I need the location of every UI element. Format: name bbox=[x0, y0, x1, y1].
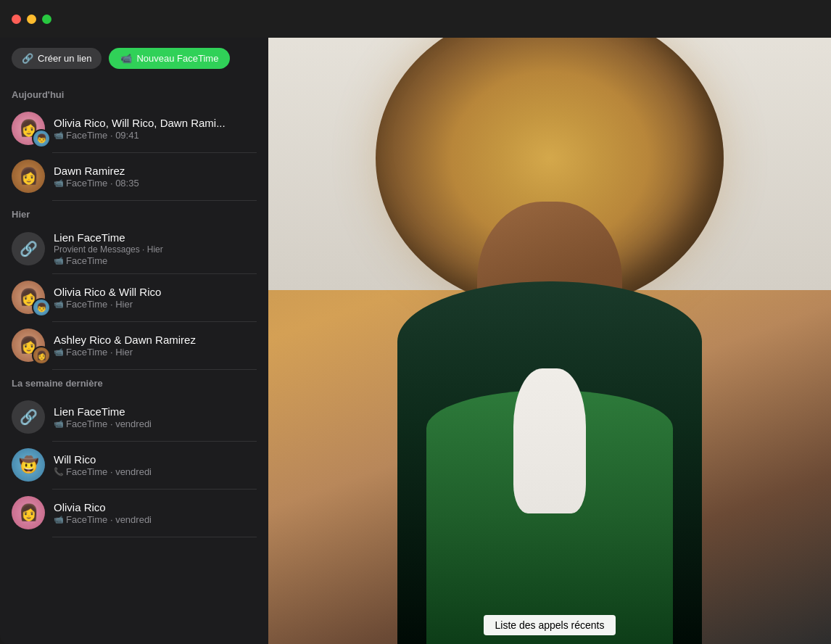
video-icon-7: 📹 bbox=[54, 515, 64, 524]
call-detail2-link-hier: Provient de Messages · Hier bbox=[54, 244, 257, 255]
shirt-collar bbox=[513, 368, 586, 513]
call-detail-group-today: 📹 FaceTime · 09:41 bbox=[54, 130, 257, 141]
call-detail-ashley-dawn: 📹 FaceTime · Hier bbox=[54, 347, 257, 358]
avatar-will-hier-small: 👦 bbox=[32, 298, 51, 317]
link-icon: 🔗 bbox=[22, 53, 33, 64]
avatar-group-1: 👩 👦 bbox=[12, 112, 45, 145]
call-name-dawn-today: Dawn Ramirez bbox=[54, 165, 257, 177]
section-header-hier: Hier bbox=[0, 200, 268, 224]
app-container: 🔗 Créer un lien 📹 Nouveau FaceTime Aujou… bbox=[0, 0, 831, 644]
phone-icon-1: 📞 bbox=[54, 467, 64, 476]
facetime-video bbox=[268, 0, 831, 644]
annotation-text: Liste des appels récents bbox=[484, 615, 616, 635]
call-name-ashley-dawn: Ashley Rico & Dawn Ramirez bbox=[54, 334, 257, 346]
sidebar-buttons: 🔗 Créer un lien 📹 Nouveau FaceTime bbox=[0, 38, 268, 80]
annotation-container: Liste des appels récents bbox=[268, 606, 831, 644]
video-camera-icon: 📹 bbox=[120, 53, 132, 64]
close-button[interactable] bbox=[12, 15, 21, 24]
call-name-will-vendredi: Will Rico bbox=[54, 453, 257, 466]
call-info-link-vendredi: Lien FaceTime 📹 FaceTime · vendredi bbox=[54, 405, 257, 429]
main-content: Liste des appels récents bbox=[268, 0, 831, 644]
call-info-olivia-vendredi: Olivia Rico 📹 FaceTime · vendredi bbox=[54, 501, 257, 525]
titlebar bbox=[0, 0, 268, 38]
create-link-button[interactable]: 🔗 Créer un lien bbox=[12, 48, 102, 69]
link-avatar-icon: 🔗 bbox=[12, 232, 45, 265]
call-detail-link-hier: 📹 FaceTime bbox=[54, 255, 257, 266]
section-header-last-week: La semaine dernière bbox=[0, 369, 268, 393]
call-info-ashley-dawn: Ashley Rico & Dawn Ramirez 📹 FaceTime · … bbox=[54, 334, 257, 358]
maximize-button[interactable] bbox=[42, 15, 51, 24]
video-icon-2: 📹 bbox=[54, 178, 64, 188]
call-name-group-today: Olivia Rico, Will Rico, Dawn Rami... bbox=[54, 117, 257, 129]
avatar-will-vendredi: 🤠 bbox=[12, 448, 45, 482]
call-item-olivia-will-hier[interactable]: 👩 👦 Olivia Rico & Will Rico 📹 FaceTime ·… bbox=[0, 273, 268, 321]
avatar-dawn-small: 👩 bbox=[32, 346, 51, 365]
avatar-dawn-main: 👩 bbox=[12, 160, 45, 193]
chain-icon: 🔗 bbox=[20, 240, 38, 257]
avatar-olivia-vendredi: 👩 bbox=[12, 496, 45, 529]
video-icon-3: 📹 bbox=[54, 256, 64, 265]
call-name-link-hier: Lien FaceTime bbox=[54, 231, 257, 244]
create-link-label: Créer un lien bbox=[38, 53, 91, 64]
call-detail-dawn-today: 📹 FaceTime · 08:35 bbox=[54, 178, 257, 189]
avatar-dawn: 👩 bbox=[12, 160, 45, 193]
section-header-today: Aujourd'hui bbox=[0, 80, 268, 104]
call-item-ashley-dawn-hier[interactable]: 👩 👩 Ashley Rico & Dawn Ramirez 📹 FaceTim… bbox=[0, 321, 268, 369]
chain-icon-2: 🔗 bbox=[20, 408, 38, 426]
call-name-olivia-will: Olivia Rico & Will Rico bbox=[54, 286, 257, 298]
call-item-link-vendredi[interactable]: 🔗 Lien FaceTime 📹 FaceTime · vendredi bbox=[0, 393, 268, 441]
video-icon-6: 📹 bbox=[54, 419, 64, 429]
call-item-olivia-vendredi[interactable]: 👩 Olivia Rico 📹 FaceTime · vendredi bbox=[0, 489, 268, 537]
call-detail-olivia-vendredi: 📹 FaceTime · vendredi bbox=[54, 514, 257, 525]
call-item-dawn-today[interactable]: 👩 Dawn Ramirez 📹 FaceTime · 08:35 bbox=[0, 152, 268, 200]
video-icon-1: 📹 bbox=[54, 131, 64, 140]
call-name-olivia-vendredi: Olivia Rico bbox=[54, 501, 257, 513]
call-item-will-vendredi[interactable]: 🤠 Will Rico 📞 FaceTime · vendredi bbox=[0, 441, 268, 489]
call-detail-link-vendredi: 📹 FaceTime · vendredi bbox=[54, 418, 257, 429]
sidebar: 🔗 Créer un lien 📹 Nouveau FaceTime Aujou… bbox=[0, 0, 268, 644]
new-facetime-label: Nouveau FaceTime bbox=[136, 53, 218, 64]
call-detail-will-vendredi: 📞 FaceTime · vendredi bbox=[54, 466, 257, 477]
call-info-dawn-today: Dawn Ramirez 📹 FaceTime · 08:35 bbox=[54, 165, 257, 189]
call-name-link-vendredi: Lien FaceTime bbox=[54, 405, 257, 418]
traffic-lights bbox=[12, 15, 51, 24]
link-avatar-icon-2: 🔗 bbox=[12, 400, 45, 434]
avatar-will-main: 🤠 bbox=[12, 448, 45, 482]
avatar-olivia-main: 👩 bbox=[12, 496, 45, 529]
avatar-group-link-hier: 🔗 bbox=[12, 232, 45, 265]
call-info-group-today: Olivia Rico, Will Rico, Dawn Rami... 📹 F… bbox=[54, 117, 257, 141]
call-info-link-hier: Lien FaceTime Provient de Messages · Hie… bbox=[54, 231, 257, 266]
minimize-button[interactable] bbox=[27, 15, 36, 24]
call-detail-olivia-will: 📹 FaceTime · Hier bbox=[54, 299, 257, 310]
avatar-will-small: 👦 bbox=[32, 129, 51, 148]
video-icon-4: 📹 bbox=[54, 300, 64, 309]
call-info-olivia-will: Olivia Rico & Will Rico 📹 FaceTime · Hie… bbox=[54, 286, 257, 310]
call-item-group-today[interactable]: 👩 👦 Olivia Rico, Will Rico, Dawn Rami...… bbox=[0, 104, 268, 152]
avatar-group-olivia-will: 👩 👦 bbox=[12, 281, 45, 314]
avatar-group-ashley-dawn: 👩 👩 bbox=[12, 329, 45, 362]
call-info-will-vendredi: Will Rico 📞 FaceTime · vendredi bbox=[54, 453, 257, 477]
video-icon-5: 📹 bbox=[54, 347, 64, 357]
new-facetime-button[interactable]: 📹 Nouveau FaceTime bbox=[109, 48, 230, 69]
avatar-group-link-vendredi: 🔗 bbox=[12, 400, 45, 434]
call-list: Aujourd'hui 👩 👦 Olivia Rico, Will Rico, … bbox=[0, 80, 268, 644]
call-item-link-hier[interactable]: 🔗 Lien FaceTime Provient de Messages · H… bbox=[0, 224, 268, 273]
